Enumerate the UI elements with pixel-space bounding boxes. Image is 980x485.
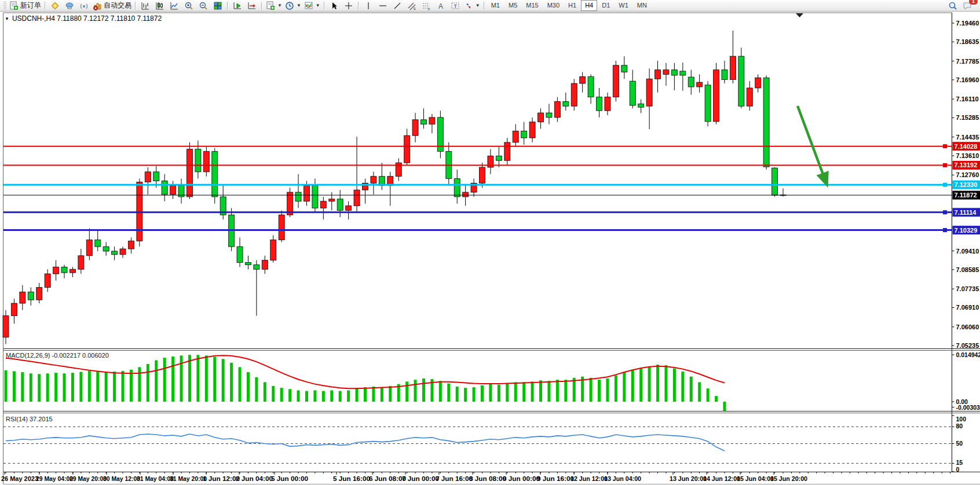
- price-chart-canvas[interactable]: 7.194607.186357.177857.169607.161107.152…: [0, 12, 980, 485]
- svg-text:31 May 20:00: 31 May 20:00: [170, 476, 207, 482]
- crosshair-icon: [344, 1, 353, 10]
- cursor-tool-button[interactable]: [327, 1, 341, 11]
- toolbar-separator: [227, 2, 228, 10]
- svg-text:12 Jun 12:00: 12 Jun 12:00: [571, 476, 608, 482]
- rsi-line: [6, 434, 725, 451]
- search-button[interactable]: [946, 1, 960, 11]
- tab-timeframe-d1[interactable]: D1: [598, 0, 614, 11]
- candlestick-chart-button[interactable]: [153, 1, 167, 11]
- cursor-icon: [330, 1, 339, 10]
- svg-text:7.06910: 7.06910: [956, 304, 979, 311]
- tab-timeframe-m1[interactable]: M1: [487, 0, 504, 11]
- new-order-button[interactable]: 新订单: [8, 1, 42, 11]
- horizontal-line-tool-button[interactable]: [376, 1, 390, 11]
- new-order-icon: [9, 1, 19, 10]
- zoom-out-button[interactable]: [196, 1, 210, 11]
- tab-timeframe-m5[interactable]: M5: [504, 0, 521, 11]
- svg-text:7.12760: 7.12760: [956, 171, 979, 178]
- svg-text:7.14435: 7.14435: [956, 134, 979, 141]
- svg-text:7.10329: 7.10329: [955, 227, 978, 234]
- svg-text:15 Jun 04:00: 15 Jun 04:00: [737, 476, 774, 482]
- rsi-indicator-label: RSI(14) 37.2015: [6, 416, 53, 422]
- svg-text:13 Jun 04:00: 13 Jun 04:00: [604, 476, 641, 482]
- svg-text:7.11872: 7.11872: [955, 192, 977, 199]
- svg-text:7.18635: 7.18635: [956, 38, 979, 45]
- svg-text:9 Jun 16:00: 9 Jun 16:00: [537, 476, 575, 482]
- tab-timeframe-mn[interactable]: MN: [633, 0, 651, 11]
- svg-text:7.17785: 7.17785: [956, 58, 979, 65]
- svg-text:7.05235: 7.05235: [956, 342, 979, 349]
- toolbar-separator: [358, 2, 359, 10]
- autotrading-button[interactable]: 自动交易: [92, 1, 133, 11]
- svg-text:A: A: [438, 2, 443, 10]
- tab-timeframe-h1[interactable]: H1: [564, 0, 580, 11]
- svg-text:7.07735: 7.07735: [956, 285, 979, 292]
- svg-text:14 Jun 12:00: 14 Jun 12:00: [703, 476, 740, 482]
- text-tool-button[interactable]: A: [434, 1, 448, 11]
- channel-icon: E: [407, 1, 416, 10]
- svg-text:15 Jun 20:00: 15 Jun 20:00: [770, 476, 807, 482]
- crosshair-tool-button[interactable]: [342, 1, 356, 11]
- new-order-label: 新订单: [20, 1, 41, 10]
- chart-collapse-icon[interactable]: ▼: [5, 16, 9, 21]
- svg-text:7.16110: 7.16110: [956, 95, 979, 102]
- toolbar-grip[interactable]: [3, 2, 6, 10]
- vertical-line-icon: [364, 1, 373, 10]
- line-chart-icon: [170, 1, 179, 10]
- svg-text:0.014942: 0.014942: [956, 351, 980, 358]
- svg-text:29 May 04:00: 29 May 04:00: [36, 476, 73, 482]
- svg-text:7.09410: 7.09410: [956, 248, 979, 255]
- chart-title-bar: ▼ USDCNH-,H4 7.11880 7.12172 7.11810 7.1…: [5, 14, 162, 23]
- equidistant-channel-tool-button[interactable]: E: [405, 1, 419, 11]
- svg-text:7.06060: 7.06060: [956, 324, 979, 330]
- toolbar-separator: [45, 2, 46, 10]
- periods-button[interactable]: ▼: [284, 1, 302, 11]
- template-icon: [266, 1, 275, 10]
- main-toolbar: 新订单 自动交易 ▼ ▼: [0, 0, 980, 12]
- toolbar-separator: [324, 2, 325, 10]
- templates-button[interactable]: ▼: [265, 1, 283, 11]
- vps-cloud-icon: [65, 1, 74, 10]
- tab-timeframe-m15[interactable]: M15: [522, 0, 542, 11]
- vertical-line-tool-button[interactable]: [361, 1, 375, 11]
- trendline-icon: [393, 1, 402, 10]
- tile-windows-button[interactable]: [211, 1, 225, 11]
- svg-text:T: T: [454, 3, 457, 9]
- svg-text:E: E: [414, 7, 416, 10]
- arrows-tool-button[interactable]: ▼: [463, 1, 481, 11]
- tab-timeframe-w1[interactable]: W1: [615, 0, 632, 11]
- indicators-button[interactable]: ▼: [303, 1, 321, 11]
- signals-button[interactable]: [77, 1, 91, 11]
- chart-window[interactable]: 7.194607.186357.177857.169607.161107.152…: [0, 12, 980, 485]
- vps-button[interactable]: [63, 1, 76, 11]
- chevron-down-icon: ▼: [277, 3, 282, 8]
- chart-shift-marker[interactable]: [796, 13, 803, 17]
- macd-indicator-label: MACD(12,26,9) -0.002217 0.006020: [6, 352, 109, 359]
- svg-text:7 Jun 16:00: 7 Jun 16:00: [436, 476, 473, 482]
- autoscroll-button[interactable]: [231, 1, 244, 11]
- trend-arrow-annotation[interactable]: [798, 106, 827, 185]
- zoom-out-icon: [199, 1, 208, 10]
- text-label-tool-button[interactable]: T: [448, 1, 462, 11]
- zoom-in-button[interactable]: [182, 1, 196, 11]
- metaeditor-button[interactable]: [48, 1, 62, 11]
- notifications-button[interactable]: 1: [960, 1, 974, 11]
- trendline-tool-button[interactable]: [390, 1, 404, 11]
- fibonacci-tool-button[interactable]: F: [419, 1, 433, 11]
- svg-text:1 Jun 12:00: 1 Jun 12:00: [203, 476, 240, 482]
- svg-text:7.11114: 7.11114: [955, 209, 977, 216]
- svg-text:50: 50: [956, 440, 963, 447]
- line-chart-button[interactable]: [167, 1, 181, 11]
- svg-text:29 May 20:00: 29 May 20:00: [70, 476, 107, 482]
- autoscroll-icon: [233, 1, 242, 10]
- toolbar-separator: [135, 2, 136, 10]
- svg-text:-0.003034: -0.003034: [956, 404, 980, 411]
- text-icon: A: [436, 1, 445, 10]
- chevron-down-icon: ▼: [316, 3, 320, 8]
- tab-timeframe-m30[interactable]: M30: [543, 0, 564, 11]
- tab-timeframe-h4[interactable]: H4: [581, 0, 597, 11]
- svg-text:5 Jun 16:00: 5 Jun 16:00: [333, 476, 371, 482]
- horizontal-level-lines[interactable]: [3, 144, 952, 232]
- chart-shift-button[interactable]: [245, 1, 259, 11]
- bar-chart-button[interactable]: [138, 1, 152, 11]
